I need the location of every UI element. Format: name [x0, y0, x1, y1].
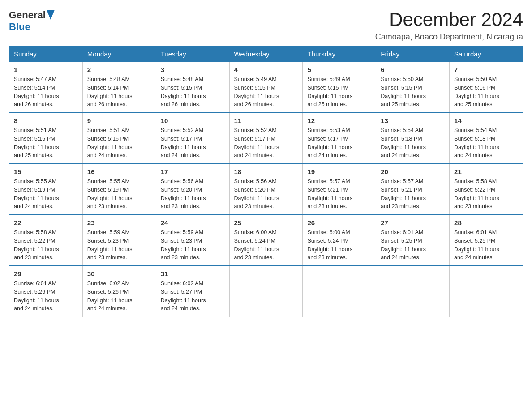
day-number: 24: [161, 219, 225, 227]
table-row: 24 Sunrise: 5:59 AM Sunset: 5:23 PM Dayl…: [156, 215, 229, 266]
day-info: Sunrise: 6:02 AM Sunset: 5:27 PM Dayligh…: [161, 279, 225, 313]
day-number: 8: [14, 117, 78, 124]
day-number: 15: [14, 168, 78, 176]
day-info: Sunrise: 6:01 AM Sunset: 5:25 PM Dayligh…: [454, 228, 518, 262]
table-row: 13 Sunrise: 5:54 AM Sunset: 5:18 PM Dayl…: [376, 113, 450, 164]
day-info: Sunrise: 5:51 AM Sunset: 5:16 PM Dayligh…: [14, 126, 78, 160]
table-row: [303, 266, 376, 317]
day-info: Sunrise: 6:00 AM Sunset: 5:24 PM Dayligh…: [307, 228, 371, 262]
table-row: 5 Sunrise: 5:49 AM Sunset: 5:15 PM Dayli…: [303, 62, 376, 113]
day-number: 26: [307, 219, 371, 227]
day-number: 20: [381, 168, 445, 176]
table-row: 30 Sunrise: 6:02 AM Sunset: 5:26 PM Dayl…: [82, 266, 156, 317]
day-number: 25: [234, 219, 298, 227]
table-row: 26 Sunrise: 6:00 AM Sunset: 5:24 PM Dayl…: [303, 215, 376, 266]
day-info: Sunrise: 5:51 AM Sunset: 5:16 PM Dayligh…: [87, 126, 151, 160]
day-info: Sunrise: 6:01 AM Sunset: 5:26 PM Dayligh…: [14, 279, 78, 313]
day-number: 17: [161, 168, 225, 176]
day-number: 11: [234, 117, 298, 124]
day-info: Sunrise: 5:53 AM Sunset: 5:17 PM Dayligh…: [307, 126, 371, 160]
table-row: 31 Sunrise: 6:02 AM Sunset: 5:27 PM Dayl…: [156, 266, 229, 317]
calendar-week-row: 15 Sunrise: 5:55 AM Sunset: 5:19 PM Dayl…: [9, 164, 523, 215]
day-info: Sunrise: 5:58 AM Sunset: 5:22 PM Dayligh…: [14, 228, 78, 262]
table-row: 17 Sunrise: 5:56 AM Sunset: 5:20 PM Dayl…: [156, 164, 229, 215]
table-row: 22 Sunrise: 5:58 AM Sunset: 5:22 PM Dayl…: [9, 215, 83, 266]
day-number: 27: [381, 219, 445, 227]
day-number: 22: [14, 219, 78, 227]
table-row: 11 Sunrise: 5:52 AM Sunset: 5:17 PM Dayl…: [229, 113, 303, 164]
location-title: Camoapa, Boaco Department, Nicaragua: [375, 32, 523, 42]
day-info: Sunrise: 5:56 AM Sunset: 5:20 PM Dayligh…: [234, 177, 298, 211]
table-row: 8 Sunrise: 5:51 AM Sunset: 5:16 PM Dayli…: [9, 113, 83, 164]
day-info: Sunrise: 5:59 AM Sunset: 5:23 PM Dayligh…: [161, 228, 225, 262]
day-number: 4: [234, 66, 298, 73]
col-monday: Monday: [82, 47, 156, 62]
calendar-week-row: 8 Sunrise: 5:51 AM Sunset: 5:16 PM Dayli…: [9, 113, 523, 164]
table-row: 4 Sunrise: 5:49 AM Sunset: 5:15 PM Dayli…: [229, 62, 303, 113]
table-row: 16 Sunrise: 5:55 AM Sunset: 5:19 PM Dayl…: [82, 164, 156, 215]
logo-arrow-icon: [47, 10, 55, 20]
table-row: 10 Sunrise: 5:52 AM Sunset: 5:17 PM Dayl…: [156, 113, 229, 164]
calendar-header-row: Sunday Monday Tuesday Wednesday Thursday…: [9, 47, 523, 62]
day-number: 1: [14, 66, 78, 73]
day-number: 10: [161, 117, 225, 124]
day-info: Sunrise: 5:52 AM Sunset: 5:17 PM Dayligh…: [234, 126, 298, 160]
col-friday: Friday: [376, 47, 450, 62]
day-number: 30: [87, 270, 151, 278]
table-row: 9 Sunrise: 5:51 AM Sunset: 5:16 PM Dayli…: [82, 113, 156, 164]
table-row: [376, 266, 450, 317]
page-header: General Blue December 2024 Camoapa, Boac…: [9, 9, 523, 42]
day-info: Sunrise: 6:01 AM Sunset: 5:25 PM Dayligh…: [381, 228, 445, 262]
day-info: Sunrise: 5:50 AM Sunset: 5:15 PM Dayligh…: [381, 75, 445, 109]
day-info: Sunrise: 6:00 AM Sunset: 5:24 PM Dayligh…: [234, 228, 298, 262]
day-number: 19: [307, 168, 371, 176]
day-info: Sunrise: 5:49 AM Sunset: 5:15 PM Dayligh…: [234, 75, 298, 109]
day-number: 14: [454, 117, 518, 124]
day-info: Sunrise: 5:57 AM Sunset: 5:21 PM Dayligh…: [381, 177, 445, 211]
table-row: 7 Sunrise: 5:50 AM Sunset: 5:16 PM Dayli…: [450, 62, 523, 113]
day-number: 5: [307, 66, 371, 73]
day-number: 29: [14, 270, 78, 278]
calendar-week-row: 22 Sunrise: 5:58 AM Sunset: 5:22 PM Dayl…: [9, 215, 523, 266]
day-info: Sunrise: 5:54 AM Sunset: 5:18 PM Dayligh…: [454, 126, 518, 160]
logo: General Blue: [9, 9, 55, 32]
table-row: [450, 266, 523, 317]
day-info: Sunrise: 5:55 AM Sunset: 5:19 PM Dayligh…: [87, 177, 151, 211]
table-row: 19 Sunrise: 5:57 AM Sunset: 5:21 PM Dayl…: [303, 164, 376, 215]
table-row: 14 Sunrise: 5:54 AM Sunset: 5:18 PM Dayl…: [450, 113, 523, 164]
calendar-table: Sunday Monday Tuesday Wednesday Thursday…: [9, 46, 523, 317]
day-info: Sunrise: 5:59 AM Sunset: 5:23 PM Dayligh…: [87, 228, 151, 262]
day-number: 6: [381, 66, 445, 73]
svg-marker-0: [47, 10, 55, 20]
table-row: 12 Sunrise: 5:53 AM Sunset: 5:17 PM Dayl…: [303, 113, 376, 164]
day-info: Sunrise: 5:56 AM Sunset: 5:20 PM Dayligh…: [161, 177, 225, 211]
day-info: Sunrise: 5:54 AM Sunset: 5:18 PM Dayligh…: [381, 126, 445, 160]
col-wednesday: Wednesday: [229, 47, 303, 62]
day-number: 12: [307, 117, 371, 124]
day-info: Sunrise: 5:48 AM Sunset: 5:14 PM Dayligh…: [87, 75, 151, 109]
day-number: 13: [381, 117, 445, 124]
day-number: 31: [161, 270, 225, 278]
day-number: 3: [161, 66, 225, 73]
table-row: 21 Sunrise: 5:58 AM Sunset: 5:22 PM Dayl…: [450, 164, 523, 215]
day-info: Sunrise: 6:02 AM Sunset: 5:26 PM Dayligh…: [87, 279, 151, 313]
day-info: Sunrise: 5:49 AM Sunset: 5:15 PM Dayligh…: [307, 75, 371, 109]
day-number: 18: [234, 168, 298, 176]
logo-general-text: General: [9, 10, 46, 21]
table-row: 18 Sunrise: 5:56 AM Sunset: 5:20 PM Dayl…: [229, 164, 303, 215]
table-row: 1 Sunrise: 5:47 AM Sunset: 5:14 PM Dayli…: [9, 62, 83, 113]
calendar-week-row: 1 Sunrise: 5:47 AM Sunset: 5:14 PM Dayli…: [9, 62, 523, 113]
month-title: December 2024: [375, 9, 523, 30]
day-number: 7: [454, 66, 518, 73]
table-row: 29 Sunrise: 6:01 AM Sunset: 5:26 PM Dayl…: [9, 266, 83, 317]
table-row: 20 Sunrise: 5:57 AM Sunset: 5:21 PM Dayl…: [376, 164, 450, 215]
day-info: Sunrise: 5:57 AM Sunset: 5:21 PM Dayligh…: [307, 177, 371, 211]
day-number: 9: [87, 117, 151, 124]
day-info: Sunrise: 5:48 AM Sunset: 5:15 PM Dayligh…: [161, 75, 225, 109]
table-row: 23 Sunrise: 5:59 AM Sunset: 5:23 PM Dayl…: [82, 215, 156, 266]
col-sunday: Sunday: [9, 47, 83, 62]
day-number: 23: [87, 219, 151, 227]
day-number: 21: [454, 168, 518, 176]
table-row: 25 Sunrise: 6:00 AM Sunset: 5:24 PM Dayl…: [229, 215, 303, 266]
logo-blue-text: Blue: [9, 21, 30, 32]
